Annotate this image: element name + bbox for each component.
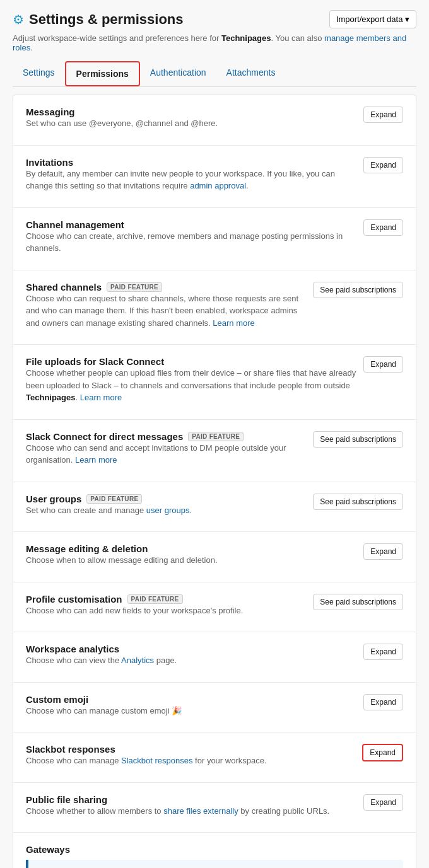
section-desc: Choose whether people can upload files f… — [26, 367, 363, 404]
paid-feature-badge: PAID FEATURE — [188, 432, 244, 441]
section-slack-connect-dm: Slack Connect for direct messages PAID F… — [13, 420, 416, 482]
section-desc: Set who can use @everyone, @channel and … — [26, 117, 218, 130]
user-groups-link[interactable]: user groups — [146, 506, 190, 515]
section-desc: Choose who can send and accept invitatio… — [26, 442, 313, 466]
section-title: Messaging — [26, 107, 75, 117]
expand-button[interactable]: Expand — [363, 794, 403, 811]
section-title: File uploads for Slack Connect — [26, 356, 164, 367]
section-title: Gateways — [26, 844, 70, 855]
section-file-uploads-slack-connect: File uploads for Slack Connect Choose wh… — [13, 345, 416, 420]
section-shared-channels: Shared channels PAID FEATURE Choose who … — [13, 270, 416, 345]
section-custom-emoji: Custom emoji Choose who can manage custo… — [13, 683, 416, 733]
section-desc: Choose who can add new fields to your wo… — [26, 605, 243, 617]
section-invitations: Invitations By default, any member can i… — [13, 146, 416, 208]
analytics-link[interactable]: Analytics — [121, 656, 154, 665]
expand-button[interactable]: Expand — [363, 644, 403, 660]
section-workspace-analytics: Workspace analytics Choose who can view … — [13, 632, 416, 683]
tab-settings[interactable]: Settings — [13, 61, 65, 86]
expand-button-highlighted[interactable]: Expand — [362, 744, 403, 761]
admin-approval-link[interactable]: admin approval — [190, 181, 246, 190]
section-title: Invitations — [26, 157, 73, 168]
slackbot-responses-link[interactable]: Slackbot responses — [121, 756, 192, 765]
tab-authentication[interactable]: Authentication — [140, 61, 216, 86]
section-desc: Choose who can manage custom emoji 🎉 — [26, 705, 182, 717]
section-title: Workspace analytics — [26, 644, 119, 654]
section-title: Custom emoji — [26, 694, 88, 705]
expand-button[interactable]: Expand — [363, 356, 403, 373]
paid-feature-badge: PAID FEATURE — [107, 282, 162, 292]
section-title: User groups — [26, 494, 81, 504]
see-paid-subscriptions-button[interactable]: See paid subscriptions — [313, 431, 403, 448]
section-title: Slack Connect for direct messages — [26, 431, 183, 442]
see-paid-subscriptions-button[interactable]: See paid subscriptions — [313, 594, 403, 610]
learn-more-link[interactable]: Learn more — [80, 393, 122, 402]
section-desc: Set who can create and manage user group… — [26, 504, 192, 517]
expand-button[interactable]: Expand — [363, 219, 403, 236]
section-desc: By default, any member can invite new pe… — [26, 168, 363, 192]
section-message-editing-deletion: Message editing & deletion Choose when t… — [13, 532, 416, 582]
section-profile-customisation: Profile customisation PAID FEATURE Choos… — [13, 582, 416, 633]
tabs-bar: Settings Permissions Authentication Atta… — [13, 61, 416, 87]
section-title: Profile customisation — [26, 594, 122, 605]
section-slackbot-responses: Slackbot responses Choose who can manage… — [13, 732, 416, 783]
section-desc: Choose who can manage Slackbot responses… — [26, 755, 267, 767]
expand-button[interactable]: Expand — [363, 107, 403, 123]
page-subtitle: Adjust workspace-wide settings and prefe… — [13, 33, 416, 52]
learn-more-link[interactable]: Learn more — [75, 455, 117, 465]
learn-more-link[interactable]: Learn more — [213, 318, 254, 328]
import-export-button[interactable]: Import/export data ▾ — [329, 10, 416, 28]
section-channel-management: Channel management Choose who can create… — [13, 208, 416, 270]
section-desc: Choose who can view the Analytics page. — [26, 654, 177, 667]
section-user-groups: User groups PAID FEATURE Set who can cre… — [13, 482, 416, 533]
section-title: Channel management — [26, 219, 124, 230]
gear-icon: ⚙ — [13, 12, 24, 27]
section-public-file-sharing: Public file sharing Choose whether to al… — [13, 783, 416, 833]
see-paid-subscriptions-button[interactable]: See paid subscriptions — [313, 494, 403, 510]
section-gateways: Gateways ℹ Slack no longer supports conn… — [13, 833, 416, 868]
section-title: Public file sharing — [26, 794, 107, 805]
paid-feature-badge: PAID FEATURE — [127, 594, 183, 604]
tab-permissions[interactable]: Permissions — [65, 61, 140, 86]
share-files-link[interactable]: share files externally — [163, 806, 238, 816]
section-title: Slackbot responses — [26, 744, 115, 755]
section-messaging: Messaging Set who can use @everyone, @ch… — [13, 95, 416, 146]
see-paid-subscriptions-button[interactable]: See paid subscriptions — [313, 282, 403, 298]
section-desc: Choose who can request to share channels… — [26, 292, 313, 330]
expand-button[interactable]: Expand — [363, 543, 403, 560]
expand-button[interactable]: Expand — [363, 694, 403, 710]
section-desc: Choose when to allow message editing and… — [26, 554, 218, 567]
expand-button[interactable]: Expand — [363, 157, 403, 173]
tab-attachments[interactable]: Attachments — [216, 61, 286, 86]
gateways-info-box: ℹ Slack no longer supports connecting th… — [26, 860, 403, 868]
section-desc: Choose whether to allow members to share… — [26, 805, 329, 818]
section-desc: Choose who can create, archive, remove m… — [26, 230, 363, 255]
main-content: Messaging Set who can use @everyone, @ch… — [13, 95, 416, 868]
section-title: Shared channels — [26, 282, 102, 292]
paid-feature-badge: PAID FEATURE — [86, 494, 142, 504]
section-title: Message editing & deletion — [26, 543, 148, 554]
page-title: Settings & permissions — [29, 11, 184, 28]
